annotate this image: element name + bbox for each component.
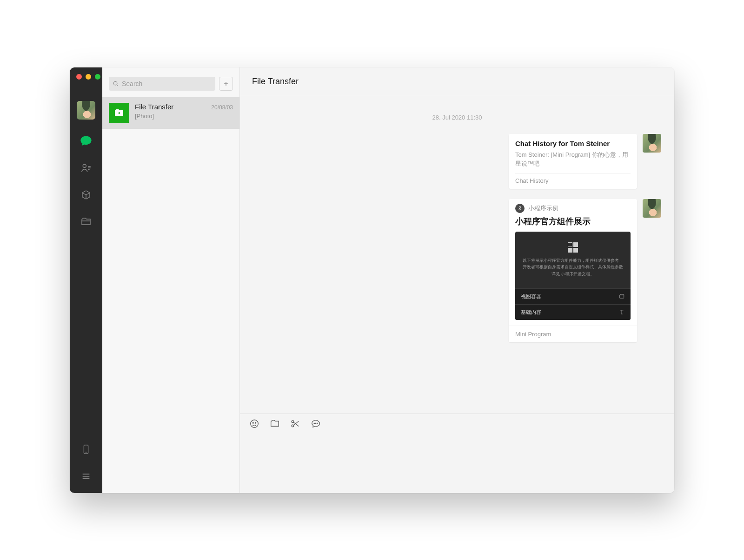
svg-point-11 [315,423,316,423]
sender-avatar[interactable] [643,134,661,153]
svg-rect-4 [619,295,624,298]
sender-avatar[interactable] [643,199,661,218]
svg-point-5 [251,420,259,427]
plus-icon [223,80,229,87]
svg-point-2 [86,452,86,452]
file-button[interactable] [270,419,280,429]
folder-icon [270,419,280,429]
mini-program-title: 小程序官方组件展示 [509,216,637,232]
mp-list-label: 基础内容 [521,309,541,316]
smile-icon [249,419,259,429]
conversation-title: File Transfer [240,67,674,96]
message-row: 小程序示例 小程序官方组件展示 以下将展示小程序官方组件能力，组件样式仅供参考，… [253,199,661,342]
text-icon [618,309,625,315]
svg-point-10 [314,423,314,423]
svg-point-9 [292,425,294,427]
nav-files-icon[interactable] [78,213,94,230]
conversation-body: 28. Jul 2020 11:30 Chat History for Tom … [240,96,674,413]
conversation-panel: File Transfer 28. Jul 2020 11:30 Chat Hi… [240,67,674,493]
speech-bubble-icon [311,419,321,429]
chat-list-item[interactable]: File Transfer 20/08/03 [Photo] [102,97,239,129]
mp-list-label: 视图容器 [521,293,541,300]
mini-program-badge-icon [515,204,525,213]
mini-program-preview: 以下将展示小程序官方组件能力，组件样式仅供参考，开发者可根据自身需求自定义组件样… [515,232,631,320]
mini-program-list-item: 基础内容 [515,304,631,320]
svg-point-7 [255,422,256,423]
mini-program-footer: Mini Program [509,326,637,342]
svg-point-3 [113,81,117,85]
file-transfer-icon [109,103,129,123]
nav-favorites-icon[interactable] [78,187,94,203]
mini-program-card[interactable]: 小程序示例 小程序官方组件展示 以下将展示小程序官方组件能力，组件样式仅供参考，… [509,199,637,342]
chat-list-panel: File Transfer 20/08/03 [Photo] [102,67,240,493]
chat-time: 20/08/03 [211,104,233,111]
search-input[interactable] [122,80,212,87]
nav-rail [70,67,102,493]
nav-phone-icon[interactable] [78,441,94,458]
svg-point-12 [317,423,317,423]
search-box[interactable] [109,77,215,91]
traffic-lights [70,74,100,80]
mini-program-app-name: 小程序示例 [528,204,558,213]
window-minimize-button[interactable] [86,74,91,80]
app-window: File Transfer 20/08/03 [Photo] File Tran… [70,67,674,493]
card-subtitle: Tom Steiner: [Mini Program] 你的心意，用星说™吧 [515,150,631,168]
emoji-button[interactable] [249,419,259,429]
card-stack-icon [618,293,625,300]
window-close-button[interactable] [76,74,82,80]
composer [240,413,674,493]
grid-icon [568,242,578,253]
chat-title: File Transfer [135,103,173,111]
svg-point-8 [292,420,294,423]
scissors-icon [290,419,300,429]
nav-contacts-icon[interactable] [78,160,94,176]
mini-program-list-item: 视图容器 [515,288,631,304]
chat-preview: [Photo] [135,113,233,120]
mini-program-desc: 以下将展示小程序官方组件能力，组件样式仅供参考，开发者可根据自身需求自定义组件样… [522,257,624,277]
current-user-avatar[interactable] [77,101,95,120]
message-timestamp: 28. Jul 2020 11:30 [253,114,661,121]
nav-menu-icon[interactable] [78,468,94,485]
window-zoom-button[interactable] [95,74,100,80]
chat-history-card[interactable]: Chat History for Tom Steiner Tom Steiner… [509,134,637,189]
card-footer: Chat History [515,173,631,184]
message-row: Chat History for Tom Steiner Tom Steiner… [253,134,661,189]
message-input[interactable] [249,432,665,483]
search-icon [113,80,119,87]
new-chat-button[interactable] [219,77,233,91]
nav-chats-icon[interactable] [78,133,94,149]
svg-point-6 [252,422,253,423]
svg-point-0 [83,164,86,167]
screenshot-button[interactable] [290,419,300,429]
chat-history-button[interactable] [311,419,321,429]
card-title: Chat History for Tom Steiner [515,140,631,147]
